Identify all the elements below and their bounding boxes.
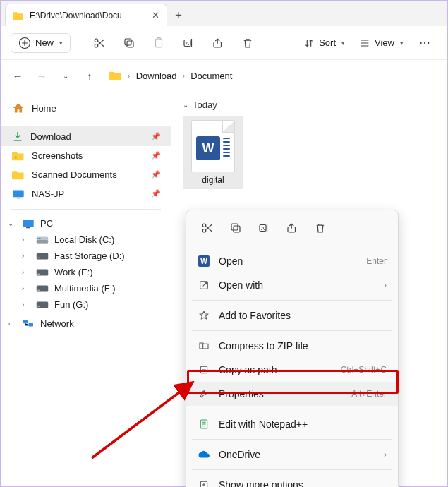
file-name: digital [186,175,241,185]
ctx-onedrive[interactable]: OneDrive › [186,443,398,467]
sidebar-drive-d[interactable]: › Fast Storage (D:) [1,248,171,264]
new-button-label: New [35,37,54,48]
navigation-row: ← → ⌄ ↑ › Download › Document [1,60,447,91]
sidebar-screenshots[interactable]: Screenshots 📌 [1,146,171,165]
toolbar: New ▾ A Sort ▾ View ▾ [1,26,447,60]
pin-icon: 📌 [151,151,161,160]
rename-icon: A [182,37,195,49]
sidebar-home[interactable]: Home [1,98,171,118]
notepad-icon [198,418,210,431]
sidebar-scanned[interactable]: Scanned Documents 📌 [1,165,171,184]
sidebar-item-label: Screenshots [32,150,83,161]
ctx-copy-button[interactable] [223,217,248,239]
ctx-rename-button[interactable]: A [251,217,277,239]
svg-rect-3 [127,41,133,47]
file-item[interactable]: W digital [183,116,243,189]
svg-text:A: A [261,225,265,232]
group-header[interactable]: ⌄ Today [183,98,436,116]
cloud-icon [198,448,210,461]
ctx-notepadpp[interactable]: Edit with Notepad++ [186,412,398,436]
group-label: Today [193,100,217,110]
new-tab-button[interactable]: ＋ [167,4,190,26]
tab-close-button[interactable]: ✕ [151,11,159,20]
context-quick-actions: A [186,215,398,243]
back-button[interactable]: ← [8,66,28,85]
share-icon [286,222,298,234]
sidebar-nas[interactable]: NAS-JP 📌 [1,184,171,203]
ctx-item-accel: Alt+Enter [351,389,387,399]
folder-icon [12,169,25,180]
svg-rect-31 [231,224,238,230]
svg-rect-30 [234,226,240,232]
ctx-zip[interactable]: Compress to ZIP file [186,334,398,358]
chevron-down-icon: ⌄ [183,101,188,109]
scissors-icon [93,37,106,49]
svg-rect-4 [125,39,131,45]
cut-button[interactable] [87,31,111,55]
ctx-item-label: Open [219,255,358,267]
sidebar-download[interactable]: Download 📌 [1,126,171,146]
separator [192,409,392,409]
svg-rect-21 [37,273,40,275]
ctx-item-label: Edit with Notepad++ [219,419,387,430]
svg-text:A: A [186,40,189,47]
pin-icon: 📌 [151,132,161,141]
plus-circle-icon [18,37,31,49]
up-button[interactable]: ↑ [80,66,99,85]
ctx-copy-path[interactable]: Copy as path Ctrl+Shift+C [186,358,398,382]
recent-locations-button[interactable]: ⌄ [56,66,75,85]
delete-button[interactable] [236,31,260,55]
breadcrumb-item[interactable]: Document [190,71,232,81]
sidebar-drive-f[interactable]: › Multimedia (F:) [1,280,171,296]
network-icon [22,319,35,329]
sidebar-network[interactable]: › Network [1,315,171,332]
sort-label: Sort [319,37,336,48]
breadcrumb-item[interactable]: Download [136,71,177,81]
ctx-favorites[interactable]: Add to Favorites [186,303,398,327]
copy-button[interactable] [117,31,141,55]
drive-icon [36,268,49,277]
sidebar-drive-c[interactable]: › Local Disk (C:) [1,232,171,248]
sidebar-item-label: Local Disk (C:) [54,234,114,245]
view-label: View [375,37,394,48]
folder-icon [13,11,24,20]
svg-rect-19 [37,257,40,258]
sort-button[interactable]: Sort ▾ [299,35,349,52]
sidebar-pc[interactable]: ⌄ PC [1,215,171,232]
ctx-item-accel: Ctrl+Shift+C [341,365,387,375]
separator [192,330,392,331]
ctx-item-accel: Enter [366,256,387,266]
ctx-properties[interactable]: Properties Alt+Enter [186,382,398,406]
new-button[interactable]: New ▾ [11,33,71,53]
ctx-cut-button[interactable] [195,217,220,239]
breadcrumb[interactable]: › Download › Document [104,70,440,81]
pin-icon: 📌 [151,189,161,198]
rename-button[interactable]: A [176,31,200,55]
window-tab[interactable]: E:\Drive\Download\Docu ✕ [5,4,167,26]
copy-icon [123,37,135,49]
svg-rect-16 [37,240,49,244]
folder-icon [109,70,122,81]
drive-icon [36,301,49,309]
view-button[interactable]: View ▾ [355,35,408,52]
ctx-open-with[interactable]: Open with › [186,273,398,297]
chevron-right-icon: › [22,252,30,260]
share-button[interactable] [206,31,230,55]
ctx-delete-button[interactable] [308,217,333,239]
chevron-down-icon: ▾ [341,40,345,47]
ctx-item-label: Copy as path [219,364,332,375]
titlebar: E:\Drive\Download\Docu ✕ ＋ [1,1,447,26]
ctx-share-button[interactable] [279,217,305,239]
forward-button[interactable]: → [32,66,52,85]
chevron-down-icon: ▾ [400,40,404,47]
svg-rect-20 [37,269,49,275]
sidebar-drive-g[interactable]: › Fun (G:) [1,296,171,313]
ctx-item-label: Add to Favorites [219,310,387,321]
ctx-open[interactable]: W Open Enter [186,249,398,273]
sidebar-drive-e[interactable]: › Work (E:) [1,264,171,280]
paste-button[interactable] [147,31,171,55]
sidebar: Home Download 📌 Screenshots 📌 Scanned Do… [1,91,171,486]
separator [192,439,392,440]
more-button[interactable]: ⋯ [413,31,437,55]
ctx-more-options[interactable]: Show more options [186,473,398,487]
